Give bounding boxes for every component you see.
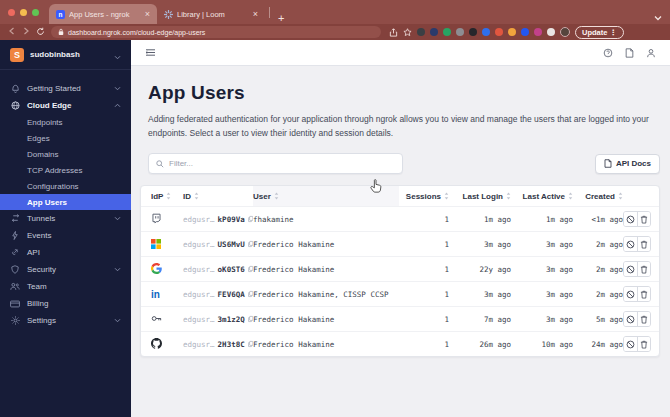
- sort-icon[interactable]: [618, 192, 623, 200]
- revoke-sessions-button[interactable]: [624, 312, 637, 326]
- col-header-created[interactable]: Created: [573, 192, 623, 201]
- chrome-update-button[interactable]: Update ⋮: [575, 26, 624, 39]
- table-row[interactable]: edgusr…3m1z2QFrederico Hakamine17m ago3m…: [141, 306, 659, 331]
- extension-icon[interactable]: [521, 28, 529, 36]
- sort-icon[interactable]: [194, 192, 199, 200]
- extension-icon[interactable]: [495, 28, 503, 36]
- api-docs-button[interactable]: API Docs: [595, 154, 660, 174]
- back-icon[interactable]: [8, 27, 16, 37]
- sidebar-item-endpoints[interactable]: Endpoints: [0, 114, 131, 130]
- window-controls[interactable]: [8, 0, 39, 24]
- col-header-sessions[interactable]: Sessions: [399, 192, 449, 201]
- table-row[interactable]: edgusr…kP09Vafhakamine11m ago1m ago<1m a…: [141, 206, 659, 231]
- new-tab-button[interactable]: +: [278, 12, 284, 24]
- app-users-table: IdP ID User Sessions Last Login Last Act…: [140, 185, 660, 357]
- maximize-window-button[interactable]: [32, 9, 39, 16]
- sidebar-item-label: Security: [27, 265, 107, 274]
- close-tab-icon[interactable]: ×: [145, 9, 150, 19]
- account-switcher[interactable]: S sudobinbash: [0, 40, 131, 70]
- sidebar-item-billing[interactable]: Billing: [0, 295, 131, 312]
- extension-icon[interactable]: [482, 28, 490, 36]
- col-header-last-active[interactable]: Last Active: [511, 192, 573, 201]
- sidebar-item-domains[interactable]: Domains: [0, 146, 131, 162]
- sidebar-item-app-users[interactable]: App Users: [0, 194, 131, 210]
- tab-title: Library | Loom: [177, 10, 249, 19]
- extension-icon[interactable]: [430, 28, 438, 36]
- row-action-group: [623, 211, 651, 227]
- sidebar-item-configurations[interactable]: Configurations: [0, 178, 131, 194]
- tab-app-users[interactable]: n App Users - ngrok ×: [49, 4, 157, 24]
- user-name: Frederico Hakamine: [253, 265, 399, 274]
- extension-icon[interactable]: [417, 28, 425, 36]
- kebab-menu-icon[interactable]: ⋮: [609, 28, 617, 37]
- last-login: 22y ago: [449, 265, 511, 274]
- github-icon: [151, 335, 162, 353]
- id-suffix: 2H3t8C: [218, 340, 245, 349]
- extension-icon[interactable]: [443, 28, 451, 36]
- delete-user-button[interactable]: [637, 337, 650, 351]
- table-row[interactable]: edgusr…2H3t8CFrederico Hakamine126m ago1…: [141, 331, 659, 356]
- support-icon[interactable]: [603, 48, 613, 58]
- shield-icon: [10, 265, 20, 274]
- page-description: Adding federated authentication for your…: [148, 113, 670, 140]
- sidebar-item-cloud-edge[interactable]: Cloud Edge: [0, 97, 131, 114]
- panel-toggle-icon[interactable]: [145, 48, 156, 57]
- sidebar-item-security[interactable]: Security: [0, 261, 131, 278]
- account-icon[interactable]: [646, 48, 656, 58]
- sidebar-item-events[interactable]: Events: [0, 227, 131, 244]
- delete-user-button[interactable]: [637, 237, 650, 251]
- table-row[interactable]: inedgusr…FEV6QAFrederico Hakamine, CISSP…: [141, 281, 659, 306]
- minimize-window-button[interactable]: [20, 9, 27, 16]
- table-row[interactable]: edgusr…US6MvUFrederico Hakamine13m ago3m…: [141, 231, 659, 256]
- link-icon: [10, 248, 20, 257]
- sidebar-item-label: Getting Started: [27, 84, 107, 93]
- col-header-idp[interactable]: IdP: [151, 192, 183, 201]
- main-content: App Users Adding federated authenticatio…: [131, 40, 670, 417]
- sidebar-item-settings[interactable]: Settings: [0, 312, 131, 329]
- docs-icon[interactable]: [625, 48, 634, 58]
- delete-user-button[interactable]: [637, 312, 650, 326]
- extension-icon[interactable]: [508, 28, 516, 36]
- extension-icon[interactable]: [456, 28, 464, 36]
- extension-icon[interactable]: [547, 28, 555, 36]
- user-name: Frederico Hakamine: [253, 315, 399, 324]
- row-action-group: [623, 336, 651, 352]
- delete-user-button[interactable]: [637, 287, 650, 301]
- table-row[interactable]: edgusr…oK0ST6Frederico Hakamine122y ago3…: [141, 256, 659, 281]
- revoke-sessions-button[interactable]: [624, 287, 637, 301]
- revoke-sessions-button[interactable]: [624, 262, 637, 276]
- sidebar-item-api[interactable]: API: [0, 244, 131, 261]
- col-header-user[interactable]: User: [253, 186, 399, 206]
- sort-icon[interactable]: [274, 192, 279, 200]
- delete-user-button[interactable]: [637, 262, 650, 276]
- refresh-icon[interactable]: [36, 27, 45, 38]
- browser-action-icons: Update ⋮: [389, 23, 624, 41]
- share-icon[interactable]: [389, 23, 398, 41]
- sort-icon[interactable]: [166, 192, 171, 200]
- browser-profile-avatar[interactable]: [560, 27, 570, 37]
- bookmark-star-icon[interactable]: [403, 23, 412, 41]
- extension-icon[interactable]: [469, 28, 477, 36]
- filter-input[interactable]: Filter...: [148, 153, 403, 174]
- sidebar-item-team[interactable]: Team: [0, 278, 131, 295]
- sidebar-item-tcp-addresses[interactable]: TCP Addresses: [0, 162, 131, 178]
- tab-search-chevron-icon[interactable]: [654, 7, 662, 25]
- extension-icon[interactable]: [534, 28, 542, 36]
- forward-icon[interactable]: [22, 27, 30, 37]
- sidebar-item-edges[interactable]: Edges: [0, 130, 131, 146]
- col-header-id[interactable]: ID: [183, 192, 253, 201]
- close-tab-icon[interactable]: ×: [253, 9, 258, 19]
- gear-icon: [10, 316, 20, 325]
- delete-user-button[interactable]: [637, 212, 650, 226]
- sidebar-item-label: Cloud Edge: [27, 101, 107, 110]
- col-header-last-login[interactable]: Last Login: [449, 192, 511, 201]
- sidebar-item-label: TCP Addresses: [27, 166, 82, 175]
- url-field[interactable]: dashboard.ngrok.com/cloud-edge/app-users: [51, 26, 381, 38]
- revoke-sessions-button[interactable]: [624, 337, 637, 351]
- revoke-sessions-button[interactable]: [624, 212, 637, 226]
- tab-loom[interactable]: Library | Loom ×: [157, 4, 265, 24]
- sidebar-item-tunnels[interactable]: Tunnels: [0, 210, 131, 227]
- sidebar-item-getting-started[interactable]: Getting Started: [0, 80, 131, 97]
- close-window-button[interactable]: [8, 9, 15, 16]
- revoke-sessions-button[interactable]: [624, 237, 637, 251]
